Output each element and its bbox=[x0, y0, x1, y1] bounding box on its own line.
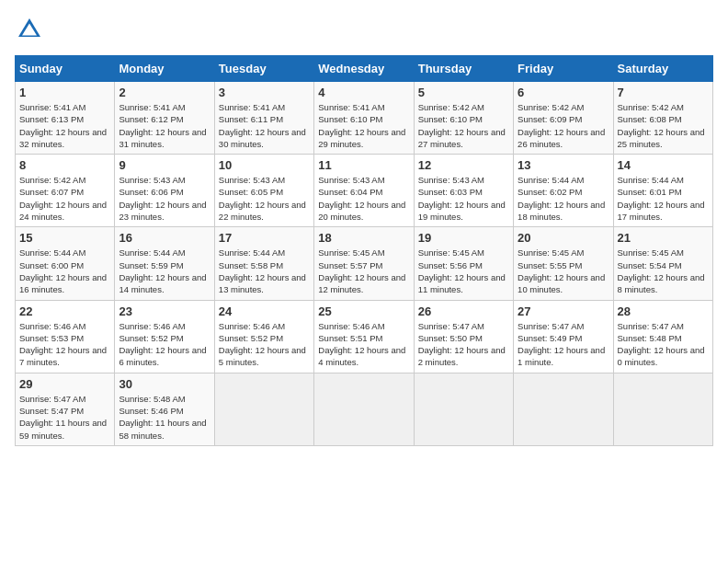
header-cell-thursday: Thursday bbox=[414, 56, 513, 82]
logo bbox=[15, 15, 48, 44]
calendar-cell: 16Sunrise: 5:44 AM Sunset: 5:59 PM Dayli… bbox=[115, 227, 214, 300]
calendar-cell bbox=[514, 373, 613, 445]
calendar-week-1: 1Sunrise: 5:41 AM Sunset: 6:13 PM Daylig… bbox=[16, 82, 713, 155]
day-info: Sunrise: 5:41 AM Sunset: 6:12 PM Dayligh… bbox=[119, 101, 210, 150]
day-info: Sunrise: 5:41 AM Sunset: 6:11 PM Dayligh… bbox=[219, 101, 310, 150]
calendar-week-2: 8Sunrise: 5:42 AM Sunset: 6:07 PM Daylig… bbox=[16, 155, 713, 227]
day-number: 4 bbox=[318, 86, 409, 99]
day-number: 21 bbox=[618, 231, 709, 245]
day-info: Sunrise: 5:45 AM Sunset: 5:55 PM Dayligh… bbox=[518, 247, 609, 295]
calendar-cell: 11Sunrise: 5:43 AM Sunset: 6:04 PM Dayli… bbox=[314, 155, 414, 227]
day-info: Sunrise: 5:47 AM Sunset: 5:47 PM Dayligh… bbox=[19, 393, 110, 442]
calendar-cell: 22Sunrise: 5:46 AM Sunset: 5:53 PM Dayli… bbox=[16, 300, 115, 373]
day-number: 27 bbox=[518, 304, 609, 318]
day-number: 8 bbox=[19, 158, 110, 172]
day-info: Sunrise: 5:43 AM Sunset: 6:04 PM Dayligh… bbox=[318, 174, 409, 223]
day-number: 12 bbox=[418, 158, 509, 172]
day-info: Sunrise: 5:42 AM Sunset: 6:07 PM Dayligh… bbox=[19, 174, 110, 223]
header-cell-saturday: Saturday bbox=[613, 56, 712, 82]
day-info: Sunrise: 5:41 AM Sunset: 6:10 PM Dayligh… bbox=[318, 101, 409, 150]
day-number: 16 bbox=[119, 231, 210, 245]
calendar-cell: 1Sunrise: 5:41 AM Sunset: 6:13 PM Daylig… bbox=[16, 82, 115, 155]
day-info: Sunrise: 5:44 AM Sunset: 5:58 PM Dayligh… bbox=[219, 247, 310, 295]
day-number: 25 bbox=[318, 304, 409, 318]
calendar-cell bbox=[613, 373, 712, 445]
day-number: 22 bbox=[19, 304, 110, 318]
calendar-cell: 6Sunrise: 5:42 AM Sunset: 6:09 PM Daylig… bbox=[514, 82, 613, 155]
day-number: 18 bbox=[318, 231, 409, 245]
day-number: 20 bbox=[518, 231, 609, 245]
day-number: 3 bbox=[219, 86, 310, 99]
day-info: Sunrise: 5:47 AM Sunset: 5:50 PM Dayligh… bbox=[418, 320, 509, 369]
day-number: 17 bbox=[219, 231, 310, 245]
day-info: Sunrise: 5:46 AM Sunset: 5:52 PM Dayligh… bbox=[119, 320, 210, 369]
calendar-cell: 8Sunrise: 5:42 AM Sunset: 6:07 PM Daylig… bbox=[16, 155, 115, 227]
calendar-week-5: 29Sunrise: 5:47 AM Sunset: 5:47 PM Dayli… bbox=[16, 373, 713, 445]
calendar-cell: 29Sunrise: 5:47 AM Sunset: 5:47 PM Dayli… bbox=[16, 373, 115, 445]
calendar-cell: 19Sunrise: 5:45 AM Sunset: 5:56 PM Dayli… bbox=[414, 227, 513, 300]
calendar-cell: 4Sunrise: 5:41 AM Sunset: 6:10 PM Daylig… bbox=[314, 82, 414, 155]
calendar-header-row: SundayMondayTuesdayWednesdayThursdayFrid… bbox=[16, 56, 713, 82]
day-info: Sunrise: 5:42 AM Sunset: 6:09 PM Dayligh… bbox=[518, 101, 609, 150]
day-info: Sunrise: 5:46 AM Sunset: 5:51 PM Dayligh… bbox=[318, 320, 409, 369]
calendar-cell: 24Sunrise: 5:46 AM Sunset: 5:52 PM Dayli… bbox=[214, 300, 313, 373]
page-header bbox=[15, 15, 713, 44]
day-number: 15 bbox=[19, 231, 110, 245]
day-info: Sunrise: 5:46 AM Sunset: 5:53 PM Dayligh… bbox=[19, 320, 110, 369]
calendar-cell: 21Sunrise: 5:45 AM Sunset: 5:54 PM Dayli… bbox=[613, 227, 712, 300]
day-number: 28 bbox=[618, 304, 709, 318]
day-number: 24 bbox=[219, 304, 310, 318]
header-cell-sunday: Sunday bbox=[16, 56, 115, 82]
calendar-cell: 9Sunrise: 5:43 AM Sunset: 6:06 PM Daylig… bbox=[115, 155, 214, 227]
header-cell-wednesday: Wednesday bbox=[314, 56, 414, 82]
calendar-cell: 23Sunrise: 5:46 AM Sunset: 5:52 PM Dayli… bbox=[115, 300, 214, 373]
logo-icon bbox=[15, 15, 44, 44]
day-info: Sunrise: 5:43 AM Sunset: 6:05 PM Dayligh… bbox=[219, 174, 310, 223]
calendar-cell: 10Sunrise: 5:43 AM Sunset: 6:05 PM Dayli… bbox=[214, 155, 313, 227]
day-number: 14 bbox=[618, 158, 709, 172]
calendar-cell: 18Sunrise: 5:45 AM Sunset: 5:57 PM Dayli… bbox=[314, 227, 414, 300]
day-info: Sunrise: 5:48 AM Sunset: 5:46 PM Dayligh… bbox=[119, 393, 210, 442]
day-number: 7 bbox=[618, 86, 709, 99]
day-info: Sunrise: 5:43 AM Sunset: 6:06 PM Dayligh… bbox=[119, 174, 210, 223]
calendar-week-3: 15Sunrise: 5:44 AM Sunset: 6:00 PM Dayli… bbox=[16, 227, 713, 300]
calendar-cell: 28Sunrise: 5:47 AM Sunset: 5:48 PM Dayli… bbox=[613, 300, 712, 373]
day-info: Sunrise: 5:47 AM Sunset: 5:48 PM Dayligh… bbox=[618, 320, 709, 369]
day-info: Sunrise: 5:44 AM Sunset: 6:02 PM Dayligh… bbox=[518, 174, 609, 223]
day-info: Sunrise: 5:47 AM Sunset: 5:49 PM Dayligh… bbox=[518, 320, 609, 369]
calendar-cell: 7Sunrise: 5:42 AM Sunset: 6:08 PM Daylig… bbox=[613, 82, 712, 155]
calendar-cell: 30Sunrise: 5:48 AM Sunset: 5:46 PM Dayli… bbox=[115, 373, 214, 445]
day-info: Sunrise: 5:45 AM Sunset: 5:56 PM Dayligh… bbox=[418, 247, 509, 295]
calendar-cell: 13Sunrise: 5:44 AM Sunset: 6:02 PM Dayli… bbox=[514, 155, 613, 227]
day-info: Sunrise: 5:46 AM Sunset: 5:52 PM Dayligh… bbox=[219, 320, 310, 369]
day-number: 10 bbox=[219, 158, 310, 172]
calendar-cell: 5Sunrise: 5:42 AM Sunset: 6:10 PM Daylig… bbox=[414, 82, 513, 155]
calendar-cell: 15Sunrise: 5:44 AM Sunset: 6:00 PM Dayli… bbox=[16, 227, 115, 300]
day-info: Sunrise: 5:42 AM Sunset: 6:10 PM Dayligh… bbox=[418, 101, 509, 150]
calendar-cell: 14Sunrise: 5:44 AM Sunset: 6:01 PM Dayli… bbox=[613, 155, 712, 227]
header-cell-monday: Monday bbox=[115, 56, 214, 82]
day-number: 19 bbox=[418, 231, 509, 245]
day-number: 1 bbox=[19, 86, 110, 99]
day-number: 2 bbox=[119, 86, 210, 99]
calendar-week-4: 22Sunrise: 5:46 AM Sunset: 5:53 PM Dayli… bbox=[16, 300, 713, 373]
day-number: 9 bbox=[119, 158, 210, 172]
day-info: Sunrise: 5:45 AM Sunset: 5:57 PM Dayligh… bbox=[318, 247, 409, 295]
day-number: 29 bbox=[19, 377, 110, 391]
calendar-cell: 27Sunrise: 5:47 AM Sunset: 5:49 PM Dayli… bbox=[514, 300, 613, 373]
calendar-cell: 17Sunrise: 5:44 AM Sunset: 5:58 PM Dayli… bbox=[214, 227, 313, 300]
day-info: Sunrise: 5:43 AM Sunset: 6:03 PM Dayligh… bbox=[418, 174, 509, 223]
day-info: Sunrise: 5:44 AM Sunset: 6:01 PM Dayligh… bbox=[618, 174, 709, 223]
header-cell-tuesday: Tuesday bbox=[214, 56, 313, 82]
day-number: 13 bbox=[518, 158, 609, 172]
day-info: Sunrise: 5:41 AM Sunset: 6:13 PM Dayligh… bbox=[19, 101, 110, 150]
day-number: 26 bbox=[418, 304, 509, 318]
calendar-cell: 20Sunrise: 5:45 AM Sunset: 5:55 PM Dayli… bbox=[514, 227, 613, 300]
day-number: 30 bbox=[119, 377, 210, 391]
day-info: Sunrise: 5:44 AM Sunset: 5:59 PM Dayligh… bbox=[119, 247, 210, 295]
calendar-cell: 25Sunrise: 5:46 AM Sunset: 5:51 PM Dayli… bbox=[314, 300, 414, 373]
day-number: 23 bbox=[119, 304, 210, 318]
day-info: Sunrise: 5:42 AM Sunset: 6:08 PM Dayligh… bbox=[618, 101, 709, 150]
calendar-cell bbox=[214, 373, 313, 445]
day-info: Sunrise: 5:44 AM Sunset: 6:00 PM Dayligh… bbox=[19, 247, 110, 295]
